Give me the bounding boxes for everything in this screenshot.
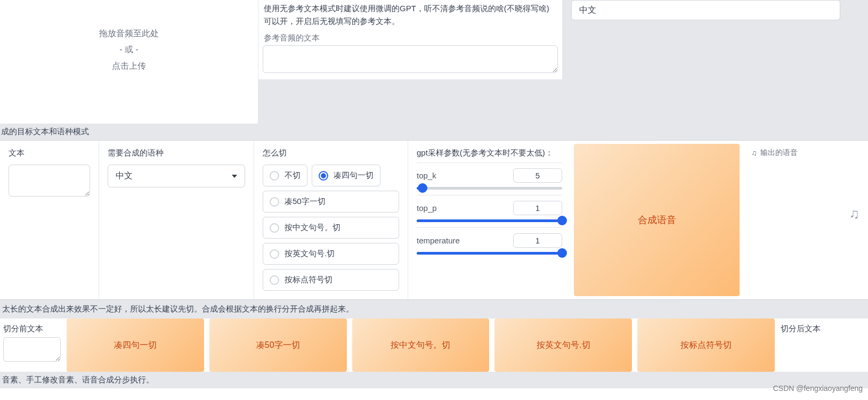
output-audio-label: 输出的语音 <box>760 148 798 158</box>
music-icon: ♫ <box>751 206 859 222</box>
reference-language-value: 中文 <box>579 5 596 14</box>
slider-thumb-icon[interactable] <box>557 248 567 258</box>
radio-icon <box>319 171 328 181</box>
reference-text-input[interactable] <box>263 45 558 73</box>
music-icon: ♫ <box>751 149 757 157</box>
cut-method-label: 怎么切 <box>263 148 399 158</box>
cut-option-2[interactable]: 凑50字一切 <box>263 191 399 213</box>
top-p-slider[interactable] <box>417 219 562 222</box>
cut-option-1[interactable]: 凑四句一切 <box>312 165 380 186</box>
cut-button-1[interactable]: 凑50字一切 <box>209 319 347 372</box>
slider-thumb-icon[interactable] <box>418 183 427 193</box>
slider-thumb-icon[interactable] <box>557 216 567 225</box>
target-text-input[interactable] <box>9 165 90 197</box>
radio-icon <box>270 223 279 233</box>
cut-option-5[interactable]: 按标点符号切 <box>263 269 399 291</box>
watermark: CSDN @fengxiaoyangfeng <box>773 384 863 393</box>
chevron-down-icon <box>232 175 237 178</box>
temperature-label: temperature <box>417 236 460 245</box>
radio-icon <box>270 275 279 285</box>
radio-icon <box>270 171 279 181</box>
cut-button-4[interactable]: 按标点符号切 <box>637 319 775 372</box>
upload-line3: 点击上传 <box>112 58 146 74</box>
upload-line1: 拖放音频至此处 <box>99 26 159 42</box>
top-k-value[interactable]: 5 <box>513 168 562 183</box>
cut-option-3[interactable]: 按中文句号。切 <box>263 217 399 239</box>
cut-option-4[interactable]: 按英文句号.切 <box>263 243 399 265</box>
temperature-slider[interactable] <box>417 252 562 255</box>
top-k-label: top_k <box>417 171 436 180</box>
before-cut-input[interactable] <box>3 337 61 362</box>
long-text-hint: 太长的文本合成出来效果不一定好，所以太长建议先切。合成会根据文本的换行分开合成再… <box>0 300 868 319</box>
top-p-label: top_p <box>417 203 437 213</box>
reference-language-select[interactable]: 中文 <box>571 0 840 20</box>
temperature-value[interactable]: 1 <box>513 233 562 248</box>
radio-icon <box>270 249 279 259</box>
synthesize-button[interactable]: 合成语音 <box>574 144 740 296</box>
radio-icon <box>270 197 279 207</box>
after-cut-label: 切分后文本 <box>781 324 865 334</box>
cut-method-radio-group: 不切 凑四句一切 凑50字一切 按中文句号。切 按英文句号.切 <box>263 165 399 291</box>
reference-mode-hint: 使用无参考文本模式时建议使用微调的GPT，听不清参考音频说的啥(不晓得写啥)可以… <box>263 0 558 30</box>
before-cut-label: 切分前文本 <box>3 324 61 334</box>
cut-option-0[interactable]: 不切 <box>263 165 307 186</box>
footer-hint: 音素、手工修改音素、语音合成分步执行。 <box>0 372 868 388</box>
cut-button-2[interactable]: 按中文句号。切 <box>352 319 490 372</box>
cut-button-0[interactable]: 凑四句一切 <box>67 319 204 372</box>
gpt-params-header: gpt采样参数(无参考文本时不要太低)： <box>417 148 562 158</box>
upload-line2: - 或 - <box>119 42 139 58</box>
top-k-slider[interactable] <box>417 187 562 190</box>
target-text-label: 文本 <box>9 148 90 158</box>
cut-button-3[interactable]: 按英文句号.切 <box>494 319 632 372</box>
synth-language-value: 中文 <box>116 170 133 182</box>
synth-language-label: 需要合成的语种 <box>108 148 245 158</box>
audio-upload-dropzone[interactable]: 拖放音频至此处 - 或 - 点击上传 <box>0 0 258 124</box>
top-p-value[interactable]: 1 <box>513 201 562 215</box>
synth-language-select[interactable]: 中文 <box>108 165 245 187</box>
reference-text-label: 参考音频的文本 <box>264 33 557 43</box>
target-section-header: 成的目标文本和语种模式 <box>0 124 868 140</box>
